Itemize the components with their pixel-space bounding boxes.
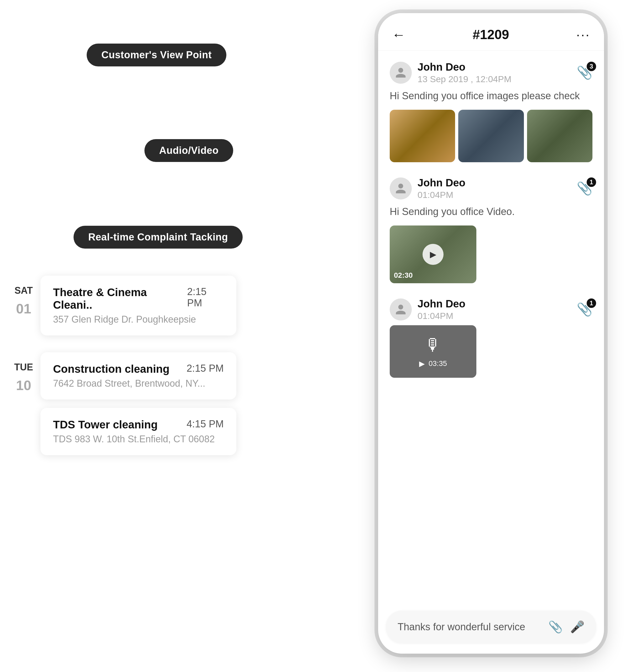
audio-duration: 03:35 <box>429 359 447 368</box>
sender-name-3: John Deo <box>418 298 465 310</box>
badge-count-1: 3 <box>587 62 596 71</box>
card-address-2: TDS 983 W. 10th St.Enfield, CT 06082 <box>53 434 224 445</box>
avatar-3 <box>390 298 412 320</box>
sender-name-2: John Deo <box>418 177 465 189</box>
card-title-2: TDS Tower cleaning <box>53 418 158 431</box>
sender-name-1: John Deo <box>418 61 511 73</box>
image-thumb-2[interactable] <box>458 110 524 162</box>
schedule-card-1[interactable]: Construction cleaning 2:15 PM 7642 Broad… <box>41 352 236 400</box>
input-icons: 📎 🎤 <box>548 620 584 634</box>
msg-text-2: Hi Sending you office Video. <box>390 204 593 219</box>
card-address-0: 357 Glen Ridge Dr. Poughkeepsie <box>53 314 224 325</box>
message-3: John Deo 01:04PM 📎 1 🎙 ▶ 03:35 <box>390 298 593 378</box>
msg-timestamp-1: 13 Sep 2019 , 12:04PM <box>418 74 511 84</box>
badge-count-3: 1 <box>587 298 596 308</box>
day-label-tue: TUE <box>10 362 34 373</box>
video-thumb[interactable]: ▶ 02:30 <box>390 225 477 283</box>
audio-video-label: Audio/Video <box>144 139 233 162</box>
image-grid-1 <box>390 110 593 162</box>
attach-badge-2: 📎 1 <box>577 181 593 196</box>
attach-badge-1: 📎 3 <box>577 65 593 80</box>
video-duration: 02:30 <box>394 271 413 280</box>
card-title-0: Theatre & Cinema Cleani.. <box>53 286 187 311</box>
image-thumb-1[interactable] <box>390 110 455 162</box>
audio-controls: ▶ 03:35 <box>419 359 447 368</box>
schedule-panel: SAT 01 Theatre & Cinema Cleani.. 2:15 PM… <box>10 275 236 463</box>
badge-count-2: 1 <box>587 177 596 187</box>
conversation-title: #1209 <box>473 27 509 42</box>
audio-thumb[interactable]: 🎙 ▶ 03:35 <box>390 325 477 378</box>
phone-frame: ← #1209 ··· John Deo 13 Sep 2019 , 12:04… <box>378 13 604 654</box>
more-options-button[interactable]: ··· <box>576 27 591 42</box>
input-bar[interactable]: Thanks for wonderful service 📎 🎤 <box>386 610 596 643</box>
back-button[interactable]: ← <box>392 27 406 43</box>
day-label-sat: SAT <box>10 285 34 296</box>
play-icon: ▶ <box>419 359 425 368</box>
attach-input-icon[interactable]: 📎 <box>548 620 563 634</box>
mic-icon: 🎙 <box>425 335 441 355</box>
msg-timestamp-2: 01:04PM <box>418 190 465 200</box>
message-2: John Deo 01:04PM 📎 1 Hi Sending you offi… <box>390 177 593 283</box>
customer-view-label: Customer's View Point <box>87 44 226 66</box>
schedule-card-2[interactable]: TDS Tower cleaning 4:15 PM TDS 983 W. 10… <box>41 408 236 455</box>
date-label-tue: 10 <box>10 378 34 393</box>
message-1: John Deo 13 Sep 2019 , 12:04PM 📎 3 Hi Se… <box>390 61 593 162</box>
schedule-card-0[interactable]: Theatre & Cinema Cleani.. 2:15 PM 357 Gl… <box>41 275 236 335</box>
complaint-tracking-label: Real-time Complaint Tacking <box>73 226 242 248</box>
card-title-1: Construction cleaning <box>53 363 169 375</box>
card-time-0: 2:15 PM <box>187 286 224 309</box>
msg-timestamp-3: 01:04PM <box>418 311 465 321</box>
image-thumb-3[interactable] <box>527 110 593 162</box>
input-text: Thanks for wonderful service <box>398 621 548 633</box>
play-button[interactable]: ▶ <box>422 244 443 265</box>
msg-text-1: Hi Sending you office images please chec… <box>390 89 593 103</box>
card-time-1: 2:15 PM <box>186 363 224 374</box>
card-address-1: 7642 Broad Street, Brentwood, NY... <box>53 378 224 389</box>
date-label-sat: 01 <box>10 301 34 317</box>
chat-area: John Deo 13 Sep 2019 , 12:04PM 📎 3 Hi Se… <box>378 51 604 605</box>
avatar-1 <box>390 62 412 84</box>
card-time-2: 4:15 PM <box>186 418 224 430</box>
phone-header: ← #1209 ··· <box>378 13 604 51</box>
avatar-2 <box>390 177 412 199</box>
attach-badge-3: 📎 1 <box>577 302 593 317</box>
mic-input-icon[interactable]: 🎤 <box>570 620 584 634</box>
